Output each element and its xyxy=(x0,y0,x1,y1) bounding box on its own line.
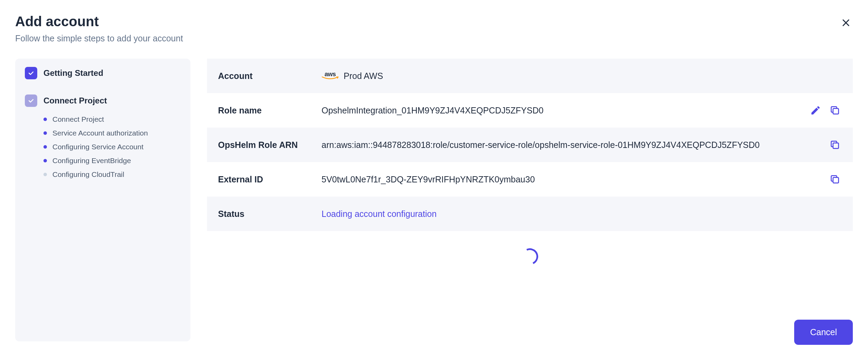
value-status: Loading account configuration xyxy=(322,208,842,220)
modal-header: Add account Follow the simple steps to a… xyxy=(15,14,853,43)
svg-rect-4 xyxy=(833,178,839,183)
row-status: Status Loading account configuration xyxy=(207,197,853,231)
substep-config-eventbridge[interactable]: Configuring EventBridge xyxy=(43,154,181,168)
copy-role-name-button[interactable] xyxy=(828,103,842,117)
details-panel: Account aws Prod AWS Role name xyxy=(207,59,853,341)
bullet-icon xyxy=(43,145,47,149)
substep-config-service-account[interactable]: Configuring Service Account xyxy=(43,140,181,154)
substeps-list: Connect Project Service Account authoriz… xyxy=(43,112,181,181)
step-label: Connect Project xyxy=(43,96,107,106)
svg-rect-3 xyxy=(833,143,839,149)
row-role-name: Role name OpshelmIntegration_01HM9Y9ZJ4V… xyxy=(207,93,853,128)
value-account: aws Prod AWS xyxy=(322,70,842,82)
svg-rect-2 xyxy=(833,109,839,114)
substep-config-cloudtrail[interactable]: Configuring CloudTrail xyxy=(43,168,181,181)
copy-external-id-button[interactable] xyxy=(828,172,842,186)
copy-role-arn-button[interactable] xyxy=(828,138,842,152)
spinner-icon xyxy=(519,246,541,267)
edit-role-name-button[interactable] xyxy=(809,103,822,117)
label-role-name: Role name xyxy=(218,106,322,116)
step-label: Getting Started xyxy=(43,68,103,78)
copy-icon xyxy=(829,174,840,185)
bullet-icon xyxy=(43,159,47,162)
substep-label: Configuring CloudTrail xyxy=(52,170,124,179)
close-button[interactable] xyxy=(839,16,853,31)
steps-sidebar: Getting Started Connect Project Connect … xyxy=(15,59,190,341)
label-external-id: External ID xyxy=(218,174,322,184)
value-external-id: 5V0twL0Ne7f1r_3DQ-ZEY9vrRIFHpYNRZTK0ymba… xyxy=(322,173,828,186)
loading-area xyxy=(207,231,853,265)
row-account: Account aws Prod AWS xyxy=(207,59,853,93)
modal-title: Add account xyxy=(15,14,183,29)
substep-label: Service Account authorization xyxy=(52,129,148,137)
step-getting-started[interactable]: Getting Started xyxy=(25,67,181,79)
substep-label: Configuring EventBridge xyxy=(52,157,131,165)
bullet-icon xyxy=(43,131,47,135)
modal-footer: Cancel xyxy=(794,320,853,345)
bullet-icon xyxy=(43,118,47,121)
label-role-arn: OpsHelm Role ARN xyxy=(218,140,322,150)
substep-connect-project[interactable]: Connect Project xyxy=(43,112,181,126)
aws-icon: aws xyxy=(322,71,339,81)
step-connect-project[interactable]: Connect Project xyxy=(25,94,181,107)
account-name-text: Prod AWS xyxy=(344,70,383,82)
account-details-table: Account aws Prod AWS Role name xyxy=(207,59,853,231)
row-role-arn: OpsHelm Role ARN arn:aws:iam::9448782830… xyxy=(207,128,853,162)
substep-label: Configuring Service Account xyxy=(52,143,144,151)
value-role-name: OpshelmIntegration_01HM9Y9ZJ4V4XEQPCDJ5Z… xyxy=(322,104,809,117)
copy-icon xyxy=(829,105,840,116)
value-role-arn: arn:aws:iam::944878283018:role/customer-… xyxy=(322,139,828,151)
check-icon xyxy=(25,67,37,79)
label-account: Account xyxy=(218,71,322,81)
substep-label: Connect Project xyxy=(52,115,104,123)
substep-service-account-auth[interactable]: Service Account authorization xyxy=(43,126,181,140)
pencil-icon xyxy=(810,105,821,116)
row-external-id: External ID 5V0twL0Ne7f1r_3DQ-ZEY9vrRIFH… xyxy=(207,162,853,197)
label-status: Status xyxy=(218,209,322,219)
bullet-icon xyxy=(43,173,47,176)
add-account-modal: Add account Follow the simple steps to a… xyxy=(0,0,868,360)
modal-subtitle: Follow the simple steps to add your acco… xyxy=(15,33,183,43)
copy-icon xyxy=(829,139,840,150)
cancel-button[interactable]: Cancel xyxy=(794,320,853,345)
close-icon xyxy=(841,18,851,28)
modal-body: Getting Started Connect Project Connect … xyxy=(15,59,853,341)
check-icon xyxy=(25,94,37,107)
